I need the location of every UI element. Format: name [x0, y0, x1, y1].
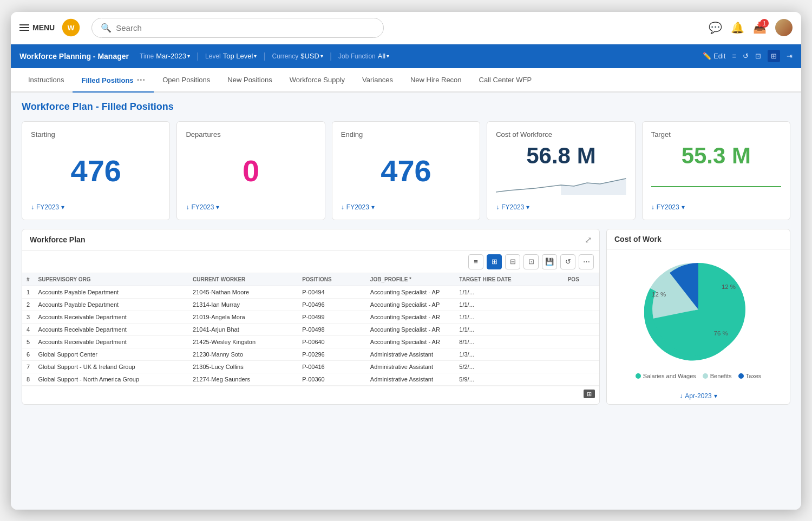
cell-num: 4	[22, 323, 34, 335]
tab-filled-positions[interactable]: Filled Positions ⋯	[73, 68, 154, 93]
cell-hire-date: 1/1/...	[455, 323, 563, 335]
cell-hire-date: 1/3/...	[455, 348, 563, 360]
menu-label: MENU	[32, 23, 55, 32]
search-bar[interactable]: 🔍	[91, 18, 384, 38]
cell-worker: 21019-Angela Mora	[188, 311, 298, 323]
filter-toolbar-button[interactable]: ≡	[468, 254, 483, 269]
tab-new-hire-recon[interactable]: New Hire Recon	[402, 69, 470, 91]
cell-position: P-00499	[298, 311, 366, 323]
table-row[interactable]: 7 Global Support - UK & Ireland Group 21…	[22, 360, 599, 373]
camera-button[interactable]: ⊡	[755, 52, 761, 60]
cell-position: P-00640	[298, 335, 366, 348]
cell-job-profile: Accounting Specialist - AP	[366, 298, 455, 311]
kpi-ending-footer[interactable]: ↓ FY2023 ▾	[341, 203, 471, 211]
avatar[interactable]	[775, 19, 793, 36]
cell-job-profile: Administrative Assistant	[366, 360, 455, 373]
cell-position: P-00494	[298, 286, 366, 298]
logo[interactable]: w	[61, 18, 81, 37]
kpi-cost-value: 56.8 M	[496, 143, 626, 169]
table-row[interactable]: 1 Accounts Payable Department 21045-Nath…	[22, 286, 599, 298]
pie-container: 12 % 12 % 76 % Salaries and Wages Benefi…	[607, 249, 790, 388]
col-pos: POS	[564, 273, 599, 286]
app-screen: MENU w 🔍 💬 🔔 📥 1 Workforce Planning -	[11, 12, 801, 510]
tab-instructions[interactable]: Instructions	[19, 69, 73, 91]
kpi-departures: Departures 0 ↓ FY2023 ▾	[176, 121, 325, 220]
copy-toolbar-button[interactable]: ⊡	[523, 254, 539, 269]
tab-call-center-wfp[interactable]: Call Center WFP	[470, 69, 541, 91]
tab-variances[interactable]: Variances	[353, 69, 402, 91]
arrow-icon: ↓	[341, 203, 344, 211]
time-filter[interactable]: Mar-2023 ▾	[156, 52, 190, 60]
top-nav: MENU w 🔍 💬 🔔 📥 1	[11, 12, 801, 44]
cost-chart-title: Cost of Work	[614, 235, 662, 243]
filter-icon-button[interactable]: ≡	[732, 52, 736, 60]
more-toolbar-button[interactable]: ⋯	[579, 254, 594, 269]
level-filter[interactable]: Top Level ▾	[223, 52, 257, 60]
kpi-ending: Ending 476 ↓ FY2023 ▾	[332, 121, 480, 220]
pie-label-salaries: 76 %	[714, 329, 728, 336]
kpi-starting-footer[interactable]: ↓ FY2023 ▾	[31, 203, 161, 211]
tab-open-positions[interactable]: Open Positions	[154, 69, 219, 91]
col-hire-date: TARGET HIRE DATE	[455, 273, 563, 286]
table-row[interactable]: 5 Accounts Receivable Department 21425-W…	[22, 335, 599, 348]
kpi-ending-label: Ending	[341, 130, 471, 139]
table-row[interactable]: 3 Accounts Receivable Department 21019-A…	[22, 311, 599, 323]
sep3: |	[330, 51, 332, 61]
cell-hire-date: 1/1/...	[455, 298, 563, 311]
currency-chevron: ▾	[320, 53, 323, 59]
currency-label: Currency	[272, 52, 299, 60]
notification-button[interactable]: 🔔	[731, 21, 744, 34]
columns-toolbar-button[interactable]: ⊟	[505, 254, 520, 269]
kpi-departures-footer[interactable]: ↓ FY2023 ▾	[186, 203, 316, 211]
chart-period: Apr-2023	[685, 392, 711, 400]
cost-of-work-card: Cost of Work	[606, 229, 790, 405]
inbox-button[interactable]: 📥 1	[753, 21, 767, 34]
cell-position: P-00496	[298, 298, 366, 311]
bottom-row: Workforce Plan ⤢ ≡ ⊞ ⊟ ⊡ 💾 ↺ ⋯	[22, 229, 790, 405]
time-chevron: ▾	[187, 53, 190, 59]
menu-button[interactable]: MENU	[19, 23, 55, 32]
tab-dots[interactable]: ⋯	[136, 75, 145, 84]
cell-worker: 21314-Ian Murray	[188, 298, 298, 311]
grid-toolbar-button[interactable]: ⊞	[487, 254, 502, 269]
search-input[interactable]	[116, 23, 375, 32]
table-export[interactable]: ⊞	[584, 390, 595, 398]
table-row[interactable]: 8 Global Support - North America Group 2…	[22, 373, 599, 385]
table-row[interactable]: 2 Accounts Payable Department 21314-Ian …	[22, 298, 599, 311]
chevron-icon: ▾	[371, 203, 375, 211]
legend-salaries: Salaries and Wages	[636, 373, 696, 379]
table-scroll[interactable]: # SUPERVISORY ORG CURRENT WORKER POSITIO…	[22, 273, 599, 386]
refresh-toolbar-button[interactable]: ↺	[560, 254, 575, 269]
edit-button[interactable]: ✏️ Edit	[703, 52, 725, 60]
cell-pos	[564, 348, 599, 360]
kpi-target-footer[interactable]: ↓ FY2023 ▾	[651, 203, 781, 211]
table-row[interactable]: 4 Accounts Receivable Department 21041-A…	[22, 323, 599, 335]
job-function-filter[interactable]: All ▾	[378, 52, 389, 60]
cell-position: P-00360	[298, 373, 366, 385]
tab-workforce-supply[interactable]: Workforce Supply	[281, 69, 353, 91]
chat-button[interactable]: 💬	[709, 21, 722, 34]
table-row[interactable]: 6 Global Support Center 21230-Manny Soto…	[22, 348, 599, 360]
cell-org: Global Support Center	[34, 348, 189, 360]
level-chevron: ▾	[254, 53, 257, 59]
cell-hire-date: 5/2/...	[455, 360, 563, 373]
cell-position: P-00498	[298, 323, 366, 335]
cell-job-profile: Administrative Assistant	[366, 373, 455, 385]
cell-worker: 21230-Manny Soto	[188, 348, 298, 360]
kpi-departures-value: 0	[186, 143, 316, 199]
sub-nav: Workforce Planning - Manager Time Mar-20…	[11, 44, 801, 68]
grid-button[interactable]: ⊞	[768, 50, 780, 62]
refresh-button[interactable]: ↺	[743, 52, 749, 60]
kpi-cost-footer[interactable]: ↓ FY2023 ▾	[496, 203, 626, 211]
kpi-starting-label: Starting	[31, 130, 161, 139]
currency-filter[interactable]: $USD ▾	[300, 52, 323, 60]
tab-new-positions[interactable]: New Positions	[219, 69, 280, 91]
save-toolbar-button[interactable]: 💾	[542, 254, 557, 269]
inbox-badge: 1	[760, 19, 769, 28]
expand-button[interactable]: ⤢	[585, 235, 592, 245]
chart-footer[interactable]: ↓ Apr-2023 ▾	[607, 388, 790, 404]
chevron-icon: ▾	[714, 392, 717, 400]
cell-position: P-00416	[298, 360, 366, 373]
export-button[interactable]: ⇥	[787, 52, 793, 60]
pie-label-taxes: 12 %	[722, 283, 736, 289]
